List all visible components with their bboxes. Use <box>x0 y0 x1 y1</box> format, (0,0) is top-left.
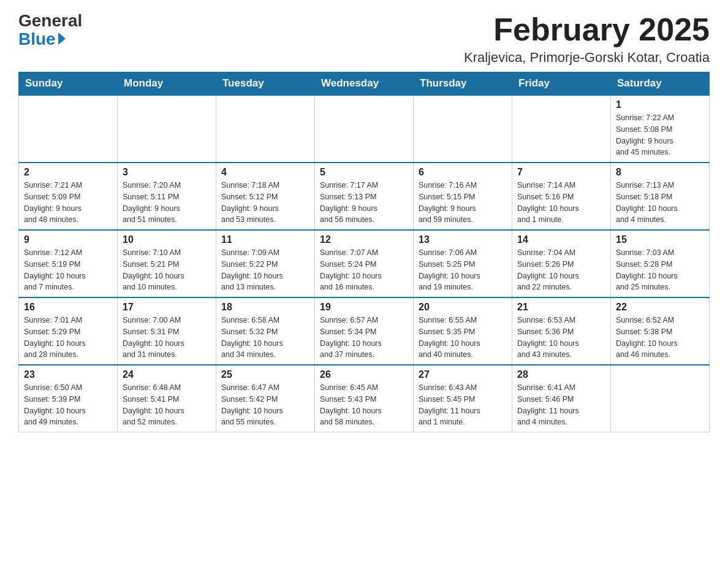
day-info: Sunrise: 7:03 AM Sunset: 5:28 PM Dayligh… <box>616 247 704 293</box>
table-row: 5Sunrise: 7:17 AM Sunset: 5:13 PM Daylig… <box>315 163 414 230</box>
header-monday: Monday <box>118 72 216 96</box>
day-number: 3 <box>123 167 211 178</box>
day-info: Sunrise: 7:01 AM Sunset: 5:29 PM Dayligh… <box>24 315 112 361</box>
day-info: Sunrise: 7:00 AM Sunset: 5:31 PM Dayligh… <box>123 315 211 361</box>
logo-blue-text: Blue <box>18 29 66 49</box>
day-number: 28 <box>517 369 605 380</box>
header-saturday: Saturday <box>611 72 710 96</box>
table-row <box>611 365 710 432</box>
day-info: Sunrise: 6:55 AM Sunset: 5:35 PM Dayligh… <box>419 315 507 361</box>
table-row: 17Sunrise: 7:00 AM Sunset: 5:31 PM Dayli… <box>118 297 216 365</box>
day-number: 24 <box>123 369 211 380</box>
day-info: Sunrise: 7:14 AM Sunset: 5:16 PM Dayligh… <box>517 180 605 226</box>
day-number: 19 <box>320 302 408 313</box>
day-number: 15 <box>616 234 704 245</box>
month-title: February 2025 <box>464 12 710 47</box>
day-number: 23 <box>24 369 112 380</box>
header-wednesday: Wednesday <box>315 72 414 96</box>
day-info: Sunrise: 7:06 AM Sunset: 5:25 PM Dayligh… <box>419 247 507 293</box>
calendar-week-row: 9Sunrise: 7:12 AM Sunset: 5:19 PM Daylig… <box>19 230 710 297</box>
day-info: Sunrise: 7:17 AM Sunset: 5:13 PM Dayligh… <box>320 180 408 226</box>
day-number: 22 <box>616 302 704 313</box>
day-info: Sunrise: 6:57 AM Sunset: 5:34 PM Dayligh… <box>320 315 408 361</box>
table-row: 13Sunrise: 7:06 AM Sunset: 5:25 PM Dayli… <box>414 230 512 297</box>
page-header: General Blue February 2025 Kraljevica, P… <box>18 12 710 66</box>
calendar-week-row: 2Sunrise: 7:21 AM Sunset: 5:09 PM Daylig… <box>19 163 710 230</box>
day-info: Sunrise: 7:07 AM Sunset: 5:24 PM Dayligh… <box>320 247 408 293</box>
table-row: 21Sunrise: 6:53 AM Sunset: 5:36 PM Dayli… <box>512 297 611 365</box>
table-row <box>216 95 315 163</box>
location-title: Kraljevica, Primorje-Gorski Kotar, Croat… <box>464 50 710 66</box>
day-number: 11 <box>221 234 309 245</box>
table-row: 20Sunrise: 6:55 AM Sunset: 5:35 PM Dayli… <box>414 297 512 365</box>
day-number: 10 <box>123 234 211 245</box>
day-number: 27 <box>419 369 507 380</box>
day-number: 20 <box>419 302 507 313</box>
logo: General Blue <box>18 12 82 49</box>
day-info: Sunrise: 6:45 AM Sunset: 5:43 PM Dayligh… <box>320 382 408 428</box>
table-row: 8Sunrise: 7:13 AM Sunset: 5:18 PM Daylig… <box>611 163 710 230</box>
table-row <box>19 95 118 163</box>
weekday-header-row: Sunday Monday Tuesday Wednesday Thursday… <box>19 72 710 96</box>
day-number: 9 <box>24 234 112 245</box>
day-number: 17 <box>123 302 211 313</box>
day-number: 26 <box>320 369 408 380</box>
table-row <box>414 95 512 163</box>
day-info: Sunrise: 7:18 AM Sunset: 5:12 PM Dayligh… <box>221 180 309 226</box>
table-row: 28Sunrise: 6:41 AM Sunset: 5:46 PM Dayli… <box>512 365 611 432</box>
calendar-week-row: 1Sunrise: 7:22 AM Sunset: 5:08 PM Daylig… <box>19 95 710 163</box>
day-number: 2 <box>24 167 112 178</box>
table-row: 27Sunrise: 6:43 AM Sunset: 5:45 PM Dayli… <box>414 365 512 432</box>
day-info: Sunrise: 7:12 AM Sunset: 5:19 PM Dayligh… <box>24 247 112 293</box>
day-info: Sunrise: 6:52 AM Sunset: 5:38 PM Dayligh… <box>616 315 704 361</box>
table-row: 11Sunrise: 7:09 AM Sunset: 5:22 PM Dayli… <box>216 230 315 297</box>
day-number: 12 <box>320 234 408 245</box>
day-number: 4 <box>221 167 309 178</box>
table-row: 14Sunrise: 7:04 AM Sunset: 5:26 PM Dayli… <box>512 230 611 297</box>
table-row: 12Sunrise: 7:07 AM Sunset: 5:24 PM Dayli… <box>315 230 414 297</box>
table-row: 3Sunrise: 7:20 AM Sunset: 5:11 PM Daylig… <box>118 163 216 230</box>
header-friday: Friday <box>512 72 611 96</box>
day-info: Sunrise: 7:13 AM Sunset: 5:18 PM Dayligh… <box>616 180 704 226</box>
day-info: Sunrise: 6:47 AM Sunset: 5:42 PM Dayligh… <box>221 382 309 428</box>
table-row: 25Sunrise: 6:47 AM Sunset: 5:42 PM Dayli… <box>216 365 315 432</box>
day-info: Sunrise: 7:09 AM Sunset: 5:22 PM Dayligh… <box>221 247 309 293</box>
calendar-table: Sunday Monday Tuesday Wednesday Thursday… <box>18 72 710 432</box>
calendar-week-row: 16Sunrise: 7:01 AM Sunset: 5:29 PM Dayli… <box>19 297 710 365</box>
table-row: 24Sunrise: 6:48 AM Sunset: 5:41 PM Dayli… <box>118 365 216 432</box>
table-row: 16Sunrise: 7:01 AM Sunset: 5:29 PM Dayli… <box>19 297 118 365</box>
day-info: Sunrise: 7:21 AM Sunset: 5:09 PM Dayligh… <box>24 180 112 226</box>
table-row <box>118 95 216 163</box>
table-row: 18Sunrise: 6:58 AM Sunset: 5:32 PM Dayli… <box>216 297 315 365</box>
header-tuesday: Tuesday <box>216 72 315 96</box>
table-row: 23Sunrise: 6:50 AM Sunset: 5:39 PM Dayli… <box>19 365 118 432</box>
title-block: February 2025 Kraljevica, Primorje-Gorsk… <box>464 12 710 66</box>
day-number: 6 <box>419 167 507 178</box>
table-row: 9Sunrise: 7:12 AM Sunset: 5:19 PM Daylig… <box>19 230 118 297</box>
table-row: 15Sunrise: 7:03 AM Sunset: 5:28 PM Dayli… <box>611 230 710 297</box>
table-row: 26Sunrise: 6:45 AM Sunset: 5:43 PM Dayli… <box>315 365 414 432</box>
table-row <box>315 95 414 163</box>
day-number: 1 <box>616 99 704 110</box>
table-row: 4Sunrise: 7:18 AM Sunset: 5:12 PM Daylig… <box>216 163 315 230</box>
day-number: 21 <box>517 302 605 313</box>
calendar-week-row: 23Sunrise: 6:50 AM Sunset: 5:39 PM Dayli… <box>19 365 710 432</box>
table-row: 2Sunrise: 7:21 AM Sunset: 5:09 PM Daylig… <box>19 163 118 230</box>
day-number: 18 <box>221 302 309 313</box>
day-info: Sunrise: 6:58 AM Sunset: 5:32 PM Dayligh… <box>221 315 309 361</box>
day-info: Sunrise: 7:04 AM Sunset: 5:26 PM Dayligh… <box>517 247 605 293</box>
day-info: Sunrise: 6:50 AM Sunset: 5:39 PM Dayligh… <box>24 382 112 428</box>
day-info: Sunrise: 6:48 AM Sunset: 5:41 PM Dayligh… <box>123 382 211 428</box>
day-info: Sunrise: 7:22 AM Sunset: 5:08 PM Dayligh… <box>616 112 704 158</box>
header-sunday: Sunday <box>19 72 118 96</box>
table-row <box>512 95 611 163</box>
table-row: 1Sunrise: 7:22 AM Sunset: 5:08 PM Daylig… <box>611 95 710 163</box>
day-info: Sunrise: 6:43 AM Sunset: 5:45 PM Dayligh… <box>419 382 507 428</box>
day-info: Sunrise: 6:41 AM Sunset: 5:46 PM Dayligh… <box>517 382 605 428</box>
day-info: Sunrise: 7:20 AM Sunset: 5:11 PM Dayligh… <box>123 180 211 226</box>
header-thursday: Thursday <box>414 72 512 96</box>
table-row: 7Sunrise: 7:14 AM Sunset: 5:16 PM Daylig… <box>512 163 611 230</box>
logo-general-text: General <box>18 12 82 29</box>
day-number: 8 <box>616 167 704 178</box>
table-row: 19Sunrise: 6:57 AM Sunset: 5:34 PM Dayli… <box>315 297 414 365</box>
